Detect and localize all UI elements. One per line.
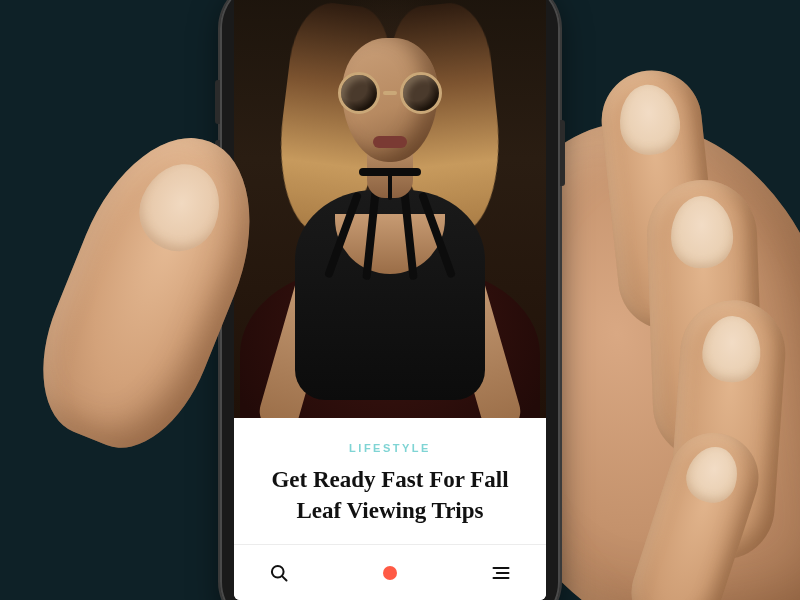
record-button[interactable]: [373, 556, 407, 590]
record-icon: [383, 566, 397, 580]
search-icon: [269, 563, 289, 583]
article-card[interactable]: LIFESTYLE Get Ready Fast For Fall Leaf V…: [234, 418, 546, 544]
article-category[interactable]: LIFESTYLE: [256, 442, 524, 454]
article-hero-image[interactable]: [234, 0, 546, 418]
menu-icon: [491, 566, 511, 580]
svg-line-1: [282, 576, 286, 580]
phone-screen: LIFESTYLE Get Ready Fast For Fall Leaf V…: [234, 0, 546, 600]
article-headline[interactable]: Get Ready Fast For Fall Leaf Viewing Tri…: [256, 464, 524, 526]
search-button[interactable]: [262, 556, 296, 590]
sunglasses-icon: [338, 74, 442, 112]
bottom-nav: [234, 544, 546, 600]
phone-frame: LIFESTYLE Get Ready Fast For Fall Leaf V…: [220, 0, 560, 600]
menu-button[interactable]: [484, 556, 518, 590]
